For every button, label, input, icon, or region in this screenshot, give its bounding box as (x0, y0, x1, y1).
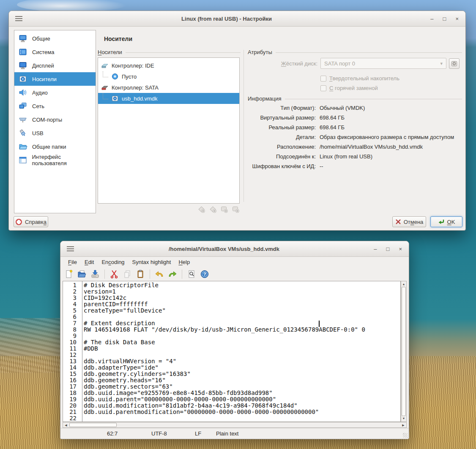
sidebar-item-network[interactable]: Сеть (14, 99, 96, 113)
editor-titlebar[interactable]: /home/mial/VirtualBox VMs/usb_hdd.vmdk –… (60, 241, 409, 257)
add-attachment-button[interactable] (219, 204, 229, 214)
sidebar-item-storage[interactable]: Носители (14, 72, 96, 86)
choose-disk-button[interactable] (449, 58, 460, 69)
sidebar-item-user-interface[interactable]: Интерфейс пользователя (14, 153, 96, 167)
sidebar-item-shared-folders[interactable]: Общие папки (14, 140, 96, 153)
info-row: Реальный размер:698.64 ГБ (248, 124, 462, 131)
sata-controller-icon (101, 84, 109, 91)
maximize-button[interactable]: □ (386, 246, 390, 252)
menu-icon[interactable] (15, 16, 22, 22)
find-button[interactable] (186, 269, 197, 280)
hard-disk-select-value: SATA порт 0 (324, 60, 355, 67)
sidebar-item-label: Общие (32, 35, 50, 42)
chevron-down-icon: ▾ (440, 61, 443, 66)
code-line: 21ddb.uuid.parentmodification="00000000-… (63, 409, 400, 415)
menu-help[interactable]: Help (175, 257, 194, 267)
remove-controller-button[interactable] (208, 204, 218, 214)
code-line: 22 (63, 415, 400, 422)
copy-button[interactable] (122, 269, 133, 280)
sidebar-item-label: Аудио (32, 90, 48, 96)
code-line: 2version=1 (63, 288, 400, 295)
serial-ports-icon (18, 114, 28, 125)
tree-item-sata-controller[interactable]: Контроллер: SATA (98, 82, 239, 93)
user-interface-icon (18, 155, 27, 165)
code-line: 14ddb.adapterType="ide" (63, 365, 400, 371)
help-button[interactable]: Справка (14, 216, 48, 227)
new-file-button[interactable] (63, 269, 74, 280)
tree-item-label: Контроллер: SATA (112, 84, 159, 91)
sidebar-item-usb[interactable]: USB (14, 126, 96, 140)
code-line: 13ddb.virtualHWVersion = "4" (63, 358, 400, 365)
settings-titlebar[interactable]: Linux (from real USB) - Настройки – □ × (9, 11, 465, 27)
system-icon (18, 47, 28, 57)
sidebar-item-label: Общие папки (32, 144, 66, 150)
editor-menubar: File Edit Encoding Syntax highlight Help (60, 257, 409, 267)
shared-folders-icon (18, 142, 28, 152)
code-line: 10# The disk Data Base (63, 339, 400, 346)
editor-window: /home/mial/VirtualBox VMs/usb_hdd.vmdk –… (60, 241, 409, 439)
close-button[interactable]: × (399, 246, 402, 252)
cursor-position: 62:7 (107, 428, 118, 439)
sidebar-item-serial-ports[interactable]: COM-порты (14, 113, 96, 126)
menu-encoding[interactable]: Encoding (98, 257, 128, 267)
storage-tree-toolbar (197, 204, 241, 214)
open-file-button[interactable] (77, 269, 88, 280)
minimize-button[interactable]: – (430, 16, 433, 22)
minimize-button[interactable]: – (374, 246, 377, 252)
remove-attachment-button[interactable] (231, 204, 241, 214)
add-controller-button[interactable] (197, 204, 206, 214)
sidebar-item-general[interactable]: Общие (14, 32, 96, 45)
information-group-label: Информация (248, 95, 462, 102)
menu-file[interactable]: File (64, 257, 81, 267)
vertical-scrollbar[interactable]: ▲ ▼ (401, 281, 407, 422)
audio-icon (18, 87, 28, 98)
cancel-button[interactable]: Отмена (392, 216, 426, 227)
hard-disk-select[interactable]: SATA порт 0 ▾ (320, 58, 446, 69)
about-button[interactable]: ? (199, 269, 210, 280)
menu-syntax-highlight[interactable]: Syntax highlight (129, 257, 175, 267)
horizontal-scrollbar[interactable]: ◀ ▶ (63, 422, 407, 428)
info-row: Детали:Образ фиксированного размера с пр… (248, 134, 462, 140)
code-line: 1# Disk DescriptorFile (63, 282, 400, 288)
syntax-indicator: Plain text (216, 428, 238, 439)
scroll-left-icon[interactable]: ◀ (63, 423, 68, 428)
tree-branch-line (103, 93, 108, 99)
hard-disk-label: Жёсткий диск: (248, 60, 317, 67)
tree-item-usb-hdd[interactable]: usb_hdd.vmdk (98, 93, 239, 104)
cut-button[interactable] (109, 269, 120, 280)
scroll-right-icon[interactable]: ▶ (401, 423, 406, 428)
toolbar-separator (150, 269, 150, 279)
close-button[interactable]: × (455, 16, 459, 22)
code-line: 3CID=192c142c (63, 295, 400, 301)
menu-icon[interactable] (67, 246, 74, 253)
toolbar-separator (104, 269, 105, 279)
vertical-scrollbar-thumb[interactable] (402, 287, 406, 416)
tree-item-ide-controller[interactable]: Контроллер: IDE (98, 60, 239, 71)
scroll-down-icon[interactable]: ▼ (401, 416, 406, 421)
paste-button[interactable] (135, 269, 146, 280)
ok-button[interactable]: OK (430, 216, 462, 227)
resize-grip[interactable] (403, 433, 408, 438)
info-row: Тип (Формат):Обычный (VMDK) (248, 105, 462, 111)
hard-disk-icon (111, 95, 119, 102)
horizontal-scrollbar-thumb[interactable] (69, 423, 117, 427)
scroll-up-icon[interactable]: ▲ (401, 282, 406, 287)
hotplug-checkbox[interactable]: С горячей заменой (320, 85, 378, 91)
ssd-checkbox[interactable]: Твердотельный накопитель (320, 75, 399, 82)
tree-branch-line (103, 71, 108, 77)
storage-icon (18, 74, 28, 84)
panel-divider (243, 50, 244, 202)
code-line: 20ddb.uuid.modification="81d1abf2-b4aa-4… (63, 403, 400, 409)
tree-item-empty-optical[interactable]: Пусто (98, 71, 239, 82)
save-file-button[interactable] (90, 269, 101, 280)
maximize-button[interactable]: □ (443, 16, 446, 22)
tree-item-label: Контроллер: IDE (112, 63, 154, 69)
sidebar-item-display[interactable]: Дисплей (14, 59, 96, 72)
undo-button[interactable] (154, 269, 165, 280)
settings-window: Linux (from real USB) - Настройки – □ × … (8, 11, 466, 231)
sidebar-item-audio[interactable]: Аудио (14, 86, 96, 99)
sidebar-item-system[interactable]: Система (14, 45, 96, 59)
menu-edit[interactable]: Edit (81, 257, 98, 267)
redo-button[interactable] (167, 269, 178, 280)
editor-text-area[interactable]: 1# Disk DescriptorFile 2version=1 3CID=1… (63, 281, 401, 422)
